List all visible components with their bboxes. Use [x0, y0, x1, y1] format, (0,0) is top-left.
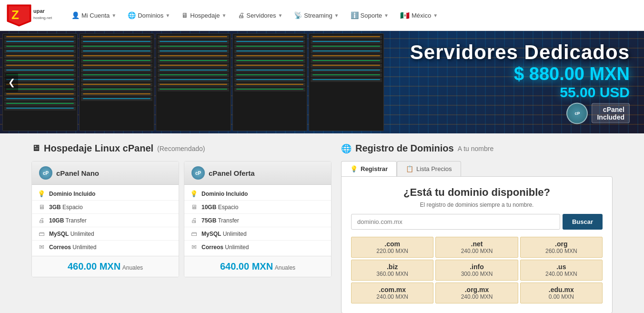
plan-oferta-period: Anuales: [275, 264, 295, 271]
antenna-icon: 📡: [294, 11, 302, 19]
feature-label: MySQL Unlimited: [49, 231, 94, 237]
tab-lista-label: Lista Precios: [416, 165, 452, 172]
list-tab-icon: 📋: [406, 165, 413, 172]
hero-price-usd: 55.00 USD: [410, 84, 630, 100]
info-icon: ℹ️: [351, 11, 359, 19]
nav-item-servidores[interactable]: 🖨 Servidores ▼: [233, 9, 287, 22]
feature-row: ✉ Correos Unlimited: [184, 241, 331, 253]
bulb-icon: 💡: [38, 190, 45, 197]
hero-content: Servidores Dedicados $ 880.00 MXN 55.00 …: [410, 40, 630, 124]
feature-label: 3GB Espacio: [49, 204, 83, 211]
domain-price-grid: .com 220.00 MXN .net 240.00 MXN .org 260…: [351, 237, 603, 303]
feature-row: 💡 Dominio Incluido: [184, 187, 331, 201]
feature-label: 10GB Espacio: [201, 204, 238, 211]
domains-section: 🌐 Registro de Dominios A tu nombre 💡 Reg…: [341, 143, 613, 313]
user-icon: 👤: [71, 11, 80, 19]
hosting-title: Hospedaje Linux cPanel: [44, 143, 153, 154]
transfer-icon: 🖨: [38, 217, 45, 224]
nav-item-streaming[interactable]: 📡 Streaming ▼: [289, 9, 343, 22]
domain-price: 220.00 MXN: [355, 248, 429, 254]
hero-title: Servidores Dedicados: [410, 40, 630, 63]
plan-oferta-title: cPanel Oferta: [209, 169, 255, 177]
domain-ext: .us: [524, 263, 598, 271]
domains-tabs: 💡 Registrar 📋 Lista Precios: [341, 161, 613, 176]
chevron-down-icon-6: ▼: [384, 13, 389, 18]
domains-panel: ¿Está tu dominio disponible? El registro…: [341, 176, 613, 313]
flag-mexico-icon: 🇲🇽: [400, 11, 410, 20]
tab-lista-precios[interactable]: 📋 Lista Precios: [397, 161, 461, 176]
plan-oferta-features: 💡 Dominio Incluido 🖥 10GB Espacio 🖨 75GB…: [184, 185, 331, 256]
domain-price-cell: .biz 360.00 MXN: [351, 260, 433, 281]
hero-banner: ❮ Servidores Dedicados $ 880.00 MXN 55.0…: [0, 31, 644, 133]
domain-price-cell: .org 260.00 MXN: [520, 237, 603, 258]
plan-nano-period: Anuales: [122, 264, 143, 271]
plan-card-oferta: cP cPanel Oferta 💡 Dominio Incluido 🖥 10…: [184, 161, 332, 277]
nav-label-hospedaje: Hospedaje: [190, 12, 220, 19]
disk-icon: 🖥: [38, 203, 45, 211]
chevron-down-icon-2: ▼: [165, 13, 170, 18]
nav-label-dominios: Dominios: [138, 12, 163, 19]
chevron-down-icon: ▼: [111, 13, 116, 18]
nav-label-soporte: Soporte: [361, 12, 382, 19]
nav-label-streaming: Streaming: [304, 12, 332, 19]
domain-ext: .org.mx: [440, 286, 513, 293]
plan-nano-header: cP cPanel Nano: [32, 162, 179, 185]
globe-icon: 🌐: [128, 11, 136, 19]
plan-nano-title: cPanel Nano: [56, 169, 99, 177]
domain-ext: .org: [524, 240, 598, 248]
plan-oferta-footer: 640.00 MXN Anuales: [184, 256, 331, 277]
nav-label-mi-cuenta: Mi Cuenta: [81, 12, 110, 19]
feature-row: 🖥 10GB Espacio: [184, 201, 331, 214]
domain-price-cell: .edu.mx 0.00 MXN: [520, 283, 603, 303]
monitor-section-icon: 🖥: [31, 143, 40, 153]
feature-row: 🗃 MySQL Unlimited: [32, 227, 179, 241]
hero-cpanel: cP cPanelIncluded: [410, 102, 630, 124]
nav-item-hospedaje[interactable]: 🖥 Hospedaje ▼: [177, 9, 231, 22]
plan-card-nano: cP cPanel Nano 💡 Dominio Incluido 🖥 3GB …: [31, 161, 179, 277]
plan-oferta-price: 640.00 MXN: [220, 261, 273, 272]
nav-item-mexico[interactable]: 🇲🇽 México ▼: [395, 8, 443, 23]
feature-row: 🖨 75GB Transfer: [184, 214, 331, 227]
db-icon: 🗃: [38, 230, 45, 237]
monitor-icon: 🖥: [181, 11, 188, 19]
plan-oferta-header: cP cPanel Oferta: [184, 162, 331, 185]
chevron-down-icon-7: ▼: [433, 13, 438, 18]
domains-panel-sub: El registro de dominios siempre a tu nom…: [351, 202, 603, 208]
domains-title: Registro de Dominios: [355, 143, 454, 154]
plan-nano-price: 460.00 MXN: [68, 261, 121, 272]
cpanel-oferta-icon: cP: [191, 166, 205, 180]
server-racks-decoration: [0, 31, 386, 133]
rack-5: [309, 33, 384, 131]
domain-ext: .com.mx: [355, 286, 429, 293]
domain-price: 240.00 MXN: [355, 293, 429, 300]
plan-nano-footer: 460.00 MXN Anuales: [32, 256, 179, 277]
nav-item-soporte[interactable]: ℹ️ Soporte ▼: [346, 9, 393, 22]
domain-price: 260.00 MXN: [524, 248, 598, 254]
logo[interactable]: Z upar hosting.net: [5, 2, 62, 29]
feature-row: 💡 Dominio Incluido: [32, 187, 179, 201]
plan-nano-features: 💡 Dominio Incluido 🖥 3GB Espacio 🖨 10GB …: [32, 185, 179, 256]
hero-prev-button[interactable]: ❮: [5, 73, 18, 92]
db-icon-2: 🗃: [190, 230, 198, 237]
tab-registrar[interactable]: 💡 Registrar: [341, 161, 397, 176]
domain-ext: .com: [355, 240, 429, 248]
nav-item-mi-cuenta[interactable]: 👤 Mi Cuenta ▼: [67, 9, 121, 22]
domain-search-button[interactable]: Buscar: [563, 214, 603, 230]
navbar: Z upar hosting.net 👤 Mi Cuenta ▼ 🌐 Domin…: [0, 0, 644, 31]
nav-item-dominios[interactable]: 🌐 Dominios ▼: [123, 9, 175, 22]
domain-price-cell: .org.mx 240.00 MXN: [435, 283, 518, 303]
rack-3: [156, 33, 231, 131]
svg-text:Z: Z: [11, 8, 19, 22]
feature-label: 10GB Transfer: [49, 217, 87, 224]
domain-search-input[interactable]: [351, 214, 560, 230]
hero-price-mxn: $ 880.00 MXN: [410, 63, 630, 84]
cpanel-nano-icon: cP: [39, 166, 52, 180]
feature-label: MySQL Unlimited: [201, 231, 247, 237]
chevron-down-icon-5: ▼: [334, 13, 339, 18]
server-icon: 🖨: [238, 11, 244, 19]
domains-subtitle: A tu nombre: [458, 145, 494, 152]
feature-row: 🗃 MySQL Unlimited: [184, 227, 331, 241]
plans-grid: cP cPanel Nano 💡 Dominio Incluido 🖥 3GB …: [31, 161, 332, 277]
navbar-menu: 👤 Mi Cuenta ▼ 🌐 Dominios ▼ 🖥 Hospedaje ▼…: [67, 8, 639, 23]
domain-price-cell: .com.mx 240.00 MXN: [351, 283, 433, 303]
